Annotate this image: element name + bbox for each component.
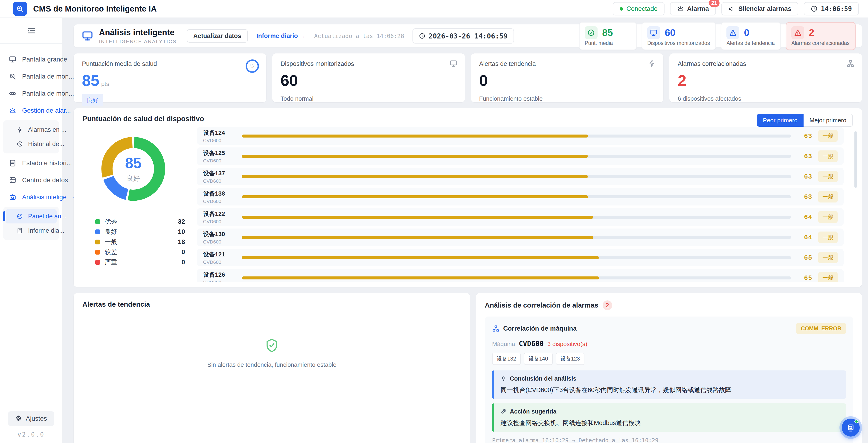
lightning-icon xyxy=(648,59,656,68)
device-name: 设备126 xyxy=(203,271,242,279)
mini-stat-dispositivos[interactable]: 60 Dispositivos monitorizados xyxy=(642,22,716,50)
document-icon xyxy=(17,227,23,234)
monitor-icon xyxy=(647,26,660,39)
sidebar-item-estado-historial[interactable]: Estado e histori... xyxy=(3,156,59,171)
mini-stat-alarmas-correlacionadas[interactable]: 2 Alarmas correlacionadas xyxy=(786,22,856,50)
device-score-value: 64 xyxy=(799,234,812,241)
device-row[interactable]: 设备121 CVD600 65 一般 xyxy=(197,249,844,266)
connection-status: Conectado xyxy=(613,2,664,16)
health-donut-column: 85 良好 优秀 32 良好 10 xyxy=(83,127,191,282)
sidebar-subitem-alarmas-en[interactable]: Alarmas en ... xyxy=(5,123,57,137)
card-value: 85pts xyxy=(82,72,258,88)
device-row[interactable]: 设备138 CVD600 63 一般 xyxy=(197,188,844,206)
device-row[interactable]: 设备124 CVD600 63 一般 xyxy=(197,127,844,145)
mute-alarms-button[interactable]: Silenciar alarmas xyxy=(721,2,798,16)
robot-icon xyxy=(9,193,17,201)
card-value: 0 xyxy=(479,72,655,88)
ai-assistant-button[interactable] xyxy=(842,419,860,437)
check-circle-icon xyxy=(585,26,597,39)
sidebar: Pantalla grande Pantalla de mon... Panta… xyxy=(0,18,63,443)
legend-label: 良好 xyxy=(105,228,117,236)
card-dispositivos: Dispositivos monitorizados 60 Todo norma… xyxy=(272,54,465,102)
mini-stat-alertas[interactable]: 0 Alertas de tendencia xyxy=(721,22,781,50)
version-label: v2.0.0 xyxy=(0,431,62,438)
settings-button[interactable]: Ajustes xyxy=(8,411,54,426)
alarm-bell-icon xyxy=(677,5,684,12)
card-title: Puntuación media de salud xyxy=(82,60,258,67)
mini-stat-value: 60 xyxy=(665,27,676,38)
daily-report-link[interactable]: Informe diario → xyxy=(256,32,306,40)
topbar: CMS de Monitoreo Inteligente IA Conectad… xyxy=(0,0,868,18)
refresh-data-button[interactable]: Actualizar datos xyxy=(187,29,248,42)
online-dot-icon xyxy=(855,419,858,423)
device-chip[interactable]: 设备132 xyxy=(492,353,521,365)
device-row[interactable]: 设备126 CVD600 65 一般 xyxy=(197,269,844,282)
device-name: 设备124 xyxy=(203,129,242,137)
device-level-badge: 一般 xyxy=(818,232,838,243)
legend-label: 严重 xyxy=(105,258,117,266)
device-score-bar xyxy=(242,256,791,259)
legend-label: 优秀 xyxy=(105,217,117,226)
device-chip[interactable]: 设备123 xyxy=(556,353,584,365)
speaker-icon xyxy=(728,5,735,12)
card-value: 2 xyxy=(678,72,854,88)
legend-color-dot xyxy=(95,219,100,224)
sidebar-item-pantalla-monitoreo-1[interactable]: Pantalla de mon... xyxy=(3,69,59,84)
legend-label: 较差 xyxy=(105,248,117,256)
sidebar-subitem-panel-analisis[interactable]: Panel de an... xyxy=(5,209,57,224)
sidebar-item-pantalla-monitoreo-2[interactable]: Pantalla de mon... xyxy=(3,86,59,101)
device-row[interactable]: 设备122 CVD600 64 一般 xyxy=(197,208,844,226)
device-model: CVD600 xyxy=(203,138,242,143)
stat-cards-row: Puntuación media de salud ♡ 85pts 良好 Dis… xyxy=(74,54,862,102)
server-icon xyxy=(9,176,17,184)
card-value: 60 xyxy=(281,72,457,88)
monitor-icon xyxy=(82,30,93,42)
card-alertas-tendencia: Alertas de tendencia 0 Funcionamiento es… xyxy=(471,54,663,102)
mini-stat-punt-media[interactable]: 85 Punt. media xyxy=(579,22,637,50)
lightning-icon xyxy=(17,126,23,133)
device-score-list[interactable]: 设备124 CVD600 63 一般 设备125 CVD600 63 xyxy=(197,127,853,282)
mini-stat-value: 2 xyxy=(809,27,814,38)
device-row[interactable]: 设备125 CVD600 63 一般 xyxy=(197,147,844,165)
sidebar-item-gestion-alarmas[interactable]: Gestión de alar... xyxy=(3,103,59,118)
connection-status-label: Conectado xyxy=(626,5,657,12)
bulb-icon xyxy=(501,376,507,382)
alarm-button[interactable]: Alarma 21 xyxy=(670,2,716,16)
sidebar-item-label: Centro de datos xyxy=(22,176,68,184)
error-type-badge: COMM_ERROR xyxy=(796,323,846,334)
device-level-badge: 一般 xyxy=(818,150,838,162)
sort-toggle: Peor primero Mejor primero xyxy=(757,114,853,127)
device-row[interactable]: 设备130 CVD600 64 一般 xyxy=(197,229,844,246)
legend-value: 0 xyxy=(181,248,185,256)
device-score-value: 65 xyxy=(799,274,812,282)
mute-alarms-label: Silenciar alarmas xyxy=(738,5,792,12)
device-model: CVD600 xyxy=(203,259,242,265)
card-puntuacion-media: Puntuación media de salud ♡ 85pts 良好 xyxy=(74,54,266,102)
datetime-value: 2026-03-26 14:06:59 xyxy=(429,32,507,40)
correlation-item-machine: Correlación de máquina COMM_ERROR Máquin… xyxy=(485,317,853,443)
sidebar-item-centro-datos[interactable]: Centro de datos xyxy=(3,173,59,187)
alarm-correlation-section: Análisis de correlación de alarmas 2 Cor… xyxy=(476,293,862,443)
sort-worst-first-button[interactable]: Peor primero xyxy=(757,114,803,127)
device-list-scrollbar[interactable] xyxy=(855,131,857,188)
warning-triangle-icon xyxy=(726,26,739,39)
device-model: CVD600 xyxy=(203,280,242,282)
sidebar-collapse-button[interactable] xyxy=(0,18,62,44)
device-score-bar xyxy=(242,216,791,218)
device-score-value: 63 xyxy=(799,193,812,200)
sidebar-subitem-historial[interactable]: Historial de... xyxy=(5,137,57,151)
device-row[interactable]: 设备137 CVD600 63 一般 xyxy=(197,168,844,185)
sidebar-item-label: Estado e histori... xyxy=(22,159,72,167)
suggested-action-box: Acción sugerida 建议检查网络交换机、网线连接和Modbus通信模… xyxy=(492,403,846,432)
device-chip[interactable]: 设备140 xyxy=(524,353,552,365)
legend-value: 18 xyxy=(178,238,185,245)
submenu-gestion-alarmas: Alarmas en ... Historial de... xyxy=(3,120,59,153)
sidebar-item-analisis-inteligente[interactable]: Análisis intelige xyxy=(3,190,59,205)
affected-devices-count: 3 dispositivo(s) xyxy=(547,341,587,348)
device-score-bar xyxy=(242,276,791,279)
card-title: Dispositivos monitorizados xyxy=(281,60,457,67)
sidebar-subitem-informe-diario[interactable]: Informe dia... xyxy=(5,224,57,238)
legend-row: 良好 10 xyxy=(95,227,185,237)
sort-best-first-button[interactable]: Mejor primero xyxy=(804,114,853,127)
sidebar-item-pantalla-grande[interactable]: Pantalla grande xyxy=(3,52,59,67)
